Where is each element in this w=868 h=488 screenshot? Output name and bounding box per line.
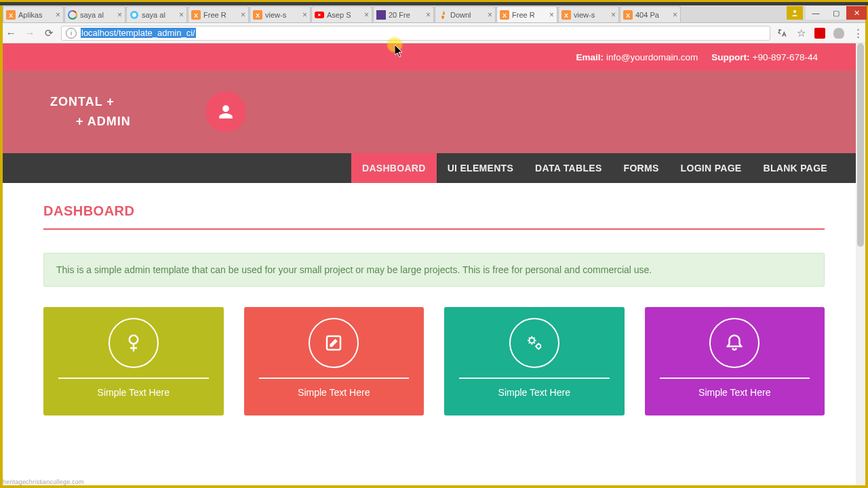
browser-toolbar: ← → ⟳ i localhost/template_admin_ci/ ☆ ⋮ [0,23,868,43]
tab-close-icon[interactable]: × [673,10,677,20]
extension-icon[interactable] [833,27,845,39]
svg-text:X: X [256,12,260,19]
page-title: DASHBOARD [43,203,825,219]
translate-icon[interactable] [776,27,788,39]
browser-tab[interactable]: XAplikas× [3,6,64,22]
browser-tab[interactable]: Xview-s× [558,6,619,22]
card-divider [259,378,410,379]
nav-item-data-tables[interactable]: DATA TABLES [524,153,612,183]
tab-title: saya al [80,11,115,19]
bell-icon [709,318,760,368]
chrome-menu-icon[interactable]: ⋮ [852,27,864,39]
card-text: Simple Text Here [98,387,170,398]
tab-title: view-s [265,11,300,19]
tab-close-icon[interactable]: × [488,10,492,20]
forward-button[interactable]: → [23,26,37,40]
email-value: info@yourdomain.com [606,52,698,62]
main-nav: DASHBOARDUI ELEMENTSDATA TABLESFORMSLOGI… [3,153,865,183]
nav-item-blank-page[interactable]: BLANK PAGE [752,153,838,183]
female-icon [108,318,159,368]
browser-tab[interactable]: saya al× [126,6,187,22]
browser-tab[interactable]: Downl× [435,6,496,22]
tab-close-icon[interactable]: × [56,10,60,20]
tab-title: Downl [450,11,486,19]
nav-item-dashboard[interactable]: DASHBOARD [351,153,437,183]
svg-text:X: X [626,12,630,19]
cogs-icon [509,318,559,368]
site-topbar: Email: info@yourdomain.com Support: +90-… [3,43,865,70]
svg-point-0 [793,10,796,13]
bookmark-star-icon[interactable]: ☆ [795,27,807,39]
stat-card[interactable]: Simple Text Here [645,307,825,415]
tab-close-icon[interactable]: × [241,10,245,20]
user-avatar[interactable] [205,92,246,132]
browser-tab[interactable]: 20 Fre× [373,6,434,22]
card-divider [660,378,810,379]
card-text: Simple Text Here [698,387,770,398]
tab-title: Aplikas [18,11,54,19]
site-header: ZONTAL + + ADMIN [3,70,865,153]
back-button[interactable]: ← [4,26,18,40]
tab-close-icon[interactable]: × [117,10,122,20]
nav-item-forms[interactable]: FORMS [613,153,670,183]
tab-close-icon[interactable]: × [179,10,184,20]
tab-favicon-xampp-icon: X [253,10,262,20]
svg-text:X: X [9,12,13,19]
tab-favicon-purple-icon [376,10,386,20]
nav-item-ui-elements[interactable]: UI ELEMENTS [437,153,524,183]
svg-text:X: X [502,12,507,19]
stat-card[interactable]: Simple Text Here [244,307,425,415]
svg-text:X: X [564,12,568,19]
tab-favicon-youtube-icon [315,10,324,20]
tab-title: Asep S [327,11,362,19]
tab-favicon-xampp-icon: X [561,10,571,20]
address-bar[interactable]: i localhost/template_admin_ci/ [61,26,770,41]
window-titlebar [0,0,868,5]
nav-item-login-page[interactable]: LOGIN PAGE [670,153,753,183]
svg-point-5 [132,13,136,17]
scrollbar-thumb[interactable] [857,43,864,247]
support-label: Support: [711,52,749,62]
tab-close-icon[interactable]: × [364,10,369,20]
chrome-profile-button[interactable] [787,6,803,20]
site-info-icon[interactable]: i [66,28,77,39]
stat-card[interactable]: Simple Text Here [43,307,224,415]
tab-title: Free R [512,11,547,19]
stat-card[interactable]: Simple Text Here [444,307,625,415]
tab-title: 404 Pa [635,11,671,19]
tab-favicon-chat-icon [130,10,139,20]
card-text: Simple Text Here [498,387,570,398]
browser-tab[interactable]: XFree R× [188,6,249,22]
avira-extension-icon[interactable] [814,27,826,39]
browser-tab[interactable]: Xview-s× [250,6,311,22]
browser-tabstrip: XAplikas×saya al×saya al×XFree R×Xview-s… [0,5,868,23]
card-divider [58,378,209,379]
card-text: Simple Text Here [298,387,370,398]
svg-point-18 [130,336,138,344]
tab-close-icon[interactable]: × [549,10,554,20]
user-icon [217,103,235,121]
window-border [0,485,868,488]
tab-favicon-xampp-icon: X [191,10,201,20]
tab-favicon-xampp-icon: X [500,10,509,20]
tab-close-icon[interactable]: × [302,10,307,20]
brand-logo[interactable]: ZONTAL + + ADMIN [50,92,131,131]
tab-close-icon[interactable]: × [611,10,616,20]
svg-rect-11 [376,10,386,20]
window-minimize-button[interactable]: — [806,6,826,20]
tab-close-icon[interactable]: × [426,10,431,20]
reload-button[interactable]: ⟳ [42,26,56,40]
scrollbar-track[interactable] [856,43,865,485]
window-maximize-button[interactable]: ▢ [826,6,846,20]
window-close-button[interactable]: ✕ [846,6,867,20]
tab-title: saya al [142,11,177,19]
browser-tab[interactable]: saya al× [64,6,125,22]
svg-text:X: X [194,12,198,19]
browser-tab[interactable]: XFree R× [496,6,557,22]
tab-favicon-flame-icon [438,10,448,20]
stat-cards-row: Simple Text HereSimple Text HereSimple T… [43,307,825,415]
browser-tab[interactable]: X404 Pa× [620,6,681,22]
tab-title: 20 Fre [389,11,424,19]
browser-tab[interactable]: Asep S× [311,6,372,22]
edit-icon [309,318,359,368]
